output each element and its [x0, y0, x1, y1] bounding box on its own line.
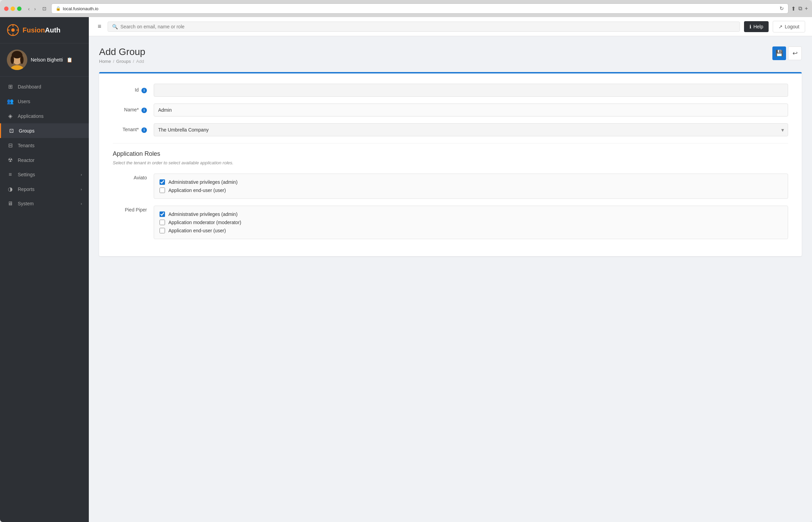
- new-tab-button[interactable]: ⧉: [798, 5, 802, 12]
- browser-forward-button[interactable]: ›: [32, 5, 38, 12]
- help-button[interactable]: ℹ Help: [744, 21, 769, 32]
- minimize-button[interactable]: [11, 6, 15, 11]
- search-bar[interactable]: 🔍: [108, 22, 740, 32]
- fusionauth-logo-icon: [7, 24, 19, 36]
- tenant-field-group: Tenant* i The Umbrella Company ▾: [113, 123, 788, 136]
- logout-button[interactable]: ↗ Logout: [773, 21, 805, 32]
- checkbox-item: Application end-user (user): [160, 226, 782, 235]
- sidebar-item-label-dashboard: Dashboard: [18, 84, 41, 90]
- reload-button[interactable]: ↻: [780, 5, 784, 12]
- name-label: Name* i: [113, 107, 154, 113]
- url-bar[interactable]: 🔒 local.fusionauth.io ↻: [51, 3, 788, 14]
- aviato-user-checkbox[interactable]: [160, 188, 165, 193]
- application-roles-title: Application Roles: [113, 150, 788, 157]
- help-circle-icon: ℹ: [749, 24, 751, 29]
- aviato-admin-checkbox[interactable]: [160, 179, 165, 185]
- menu-toggle-button[interactable]: ≡: [96, 21, 104, 32]
- settings-chevron-icon: ›: [81, 173, 82, 177]
- checkbox-item: Administrative privileges (admin): [160, 210, 782, 218]
- app-pied-piper-options: Administrative privileges (admin) Applic…: [154, 206, 788, 239]
- tenant-select-wrapper: The Umbrella Company ▾: [154, 123, 788, 136]
- aviato-admin-label: Administrative privileges (admin): [168, 179, 237, 185]
- system-chevron-icon: ›: [81, 202, 82, 206]
- name-field-group: Name* i: [113, 104, 788, 116]
- sidebar-item-label-users: Users: [18, 99, 30, 104]
- logo-text: FusionAuth: [23, 26, 60, 34]
- sidebar-nav: ⊞ Dashboard 👥 Users ◈ Applications ⊡ Gro…: [0, 77, 89, 522]
- checkbox-item: Administrative privileges (admin): [160, 178, 782, 186]
- app-aviato-options: Administrative privileges (admin) Applic…: [154, 174, 788, 199]
- logout-label: Logout: [785, 24, 799, 29]
- pied-piper-user-checkbox[interactable]: [160, 228, 165, 233]
- back-icon: ↩: [793, 50, 798, 57]
- section-divider: [113, 143, 788, 143]
- top-header: ≡ 🔍 ℹ Help ↗ Logout: [89, 17, 812, 36]
- sidebar-item-tenants[interactable]: ⊟ Tenants: [0, 138, 89, 153]
- avatar-image: [7, 50, 27, 70]
- breadcrumb-current: Add: [136, 59, 144, 64]
- sidebar-item-system[interactable]: 🖥 System ›: [0, 196, 89, 211]
- sidebar-item-label-reactor: Reactor: [18, 157, 35, 163]
- reports-chevron-icon: ›: [81, 187, 82, 191]
- tenants-icon: ⊟: [7, 142, 14, 149]
- logo-auth: Auth: [45, 26, 61, 34]
- svg-point-1: [11, 28, 15, 32]
- sidebar-item-users[interactable]: 👥 Users: [0, 94, 89, 109]
- logo-fusion: Fusion: [23, 26, 45, 34]
- tenant-select[interactable]: The Umbrella Company: [154, 123, 788, 136]
- groups-icon: ⊡: [8, 127, 15, 134]
- reactor-icon: ☢: [7, 157, 14, 163]
- breadcrumb-groups[interactable]: Groups: [116, 59, 131, 64]
- id-input[interactable]: [154, 84, 788, 97]
- user-card-icon: 📋: [67, 57, 72, 63]
- sidebar-item-label-applications: Applications: [18, 113, 44, 119]
- sidebar-item-dashboard[interactable]: ⊞ Dashboard: [0, 79, 89, 94]
- user-info: Nelson Bighetti 📋: [31, 57, 72, 63]
- sidebar-item-applications[interactable]: ◈ Applications: [0, 109, 89, 123]
- maximize-button[interactable]: [17, 6, 22, 11]
- browser-sidebar-toggle[interactable]: ⊡: [40, 5, 49, 12]
- pied-piper-admin-checkbox[interactable]: [160, 211, 165, 217]
- app-aviato-label: Aviato: [113, 174, 154, 199]
- tenant-info-icon[interactable]: i: [141, 127, 147, 133]
- app-pied-piper-label: Pied Piper: [113, 206, 154, 239]
- back-button[interactable]: ↩: [788, 46, 802, 60]
- pied-piper-moderator-checkbox[interactable]: [160, 220, 165, 225]
- close-button[interactable]: [4, 6, 9, 11]
- lock-icon: 🔒: [56, 6, 61, 11]
- add-tab-button[interactable]: +: [805, 5, 808, 12]
- content-area: Add Group Home / Groups / Add 💾 ↩: [89, 36, 812, 522]
- help-label: Help: [753, 24, 763, 29]
- tenant-label: Tenant* i: [113, 127, 154, 133]
- pied-piper-user-label: Application end-user (user): [168, 228, 226, 233]
- application-roles-section: Application Roles Select the tenant in o…: [113, 150, 788, 239]
- name-input[interactable]: [154, 104, 788, 116]
- share-button[interactable]: ⬆: [791, 5, 796, 12]
- sidebar-item-reactor[interactable]: ☢ Reactor: [0, 153, 89, 167]
- avatar: [7, 50, 27, 70]
- browser-back-button[interactable]: ‹: [26, 5, 31, 12]
- save-button[interactable]: 💾: [772, 46, 786, 60]
- form-card: Id i Name* i: [99, 72, 802, 256]
- sidebar-logo: FusionAuth: [0, 17, 89, 43]
- user-name: Nelson Bighetti: [31, 57, 63, 63]
- reports-icon: ◑: [7, 186, 14, 192]
- checkbox-item: Application end-user (user): [160, 186, 782, 194]
- app-role-group-aviato: Aviato Administrative privileges (admin)…: [113, 174, 788, 199]
- search-input[interactable]: [121, 24, 736, 29]
- system-icon: 🖥: [7, 201, 14, 207]
- breadcrumb: Home / Groups / Add: [99, 59, 145, 64]
- sidebar-item-settings[interactable]: ≡ Settings ›: [0, 167, 89, 182]
- aviato-user-label: Application end-user (user): [168, 188, 226, 193]
- name-info-icon[interactable]: i: [141, 108, 147, 113]
- id-info-icon[interactable]: i: [141, 88, 147, 93]
- sidebar-item-groups[interactable]: ⊡ Groups: [0, 123, 89, 138]
- id-label: Id i: [113, 87, 154, 93]
- page-actions: 💾 ↩: [772, 46, 802, 60]
- breadcrumb-home[interactable]: Home: [99, 59, 111, 64]
- sidebar-item-reports[interactable]: ◑ Reports ›: [0, 182, 89, 196]
- sidebar-item-label-tenants: Tenants: [18, 143, 35, 148]
- browser-actions: ⬆ ⧉ +: [791, 5, 808, 12]
- form-body: Id i Name* i: [99, 73, 802, 256]
- sidebar-item-label-groups: Groups: [19, 128, 35, 134]
